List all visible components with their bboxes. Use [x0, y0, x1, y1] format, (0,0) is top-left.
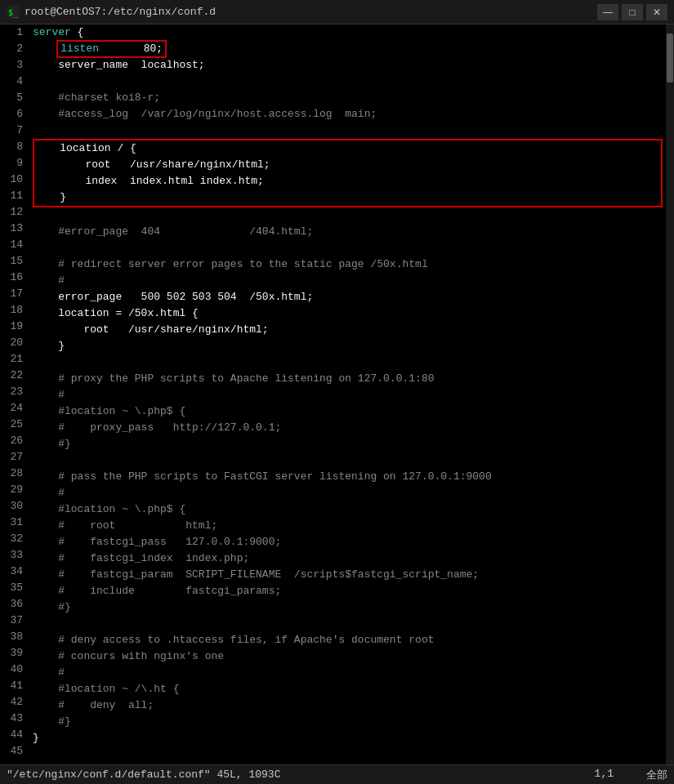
code-line: # proxy the PHP scripts to Apache listen…: [33, 371, 666, 387]
code-line: #: [33, 273, 666, 289]
location-block-highlight: location / { root /usr/share/nginx/html;…: [33, 139, 663, 207]
code-line: #: [33, 665, 666, 681]
line-number: 30: [0, 498, 29, 514]
line-number: 32: [0, 531, 29, 547]
code-line: #error_page 404 /404.html;: [33, 224, 666, 240]
line-number: 15: [0, 253, 29, 270]
code-line: [33, 616, 666, 632]
editor-area: 1234567891011121314151617181920212223242…: [0, 24, 674, 764]
line-number: 45: [0, 743, 29, 760]
code-line: # root html;: [33, 518, 666, 534]
code-line: server {: [33, 24, 666, 41]
scrollbar-thumb[interactable]: [667, 33, 673, 82]
line-number: 41: [0, 678, 29, 694]
maximize-button[interactable]: □: [622, 4, 643, 20]
close-button[interactable]: ✕: [646, 4, 667, 20]
code-line: # deny access to .htaccess files, if Apa…: [33, 632, 666, 648]
line-number: 1: [0, 24, 29, 41]
line-number: 8: [0, 139, 29, 155]
code-line: [33, 240, 666, 256]
scrollbar[interactable]: [666, 24, 674, 764]
line-number: 22: [0, 368, 29, 384]
line-number: 44: [0, 727, 29, 743]
code-line: # fastcgi_pass 127.0.0.1:9000;: [33, 534, 666, 550]
line-number: 34: [0, 564, 29, 580]
line-number: 5: [0, 90, 29, 106]
line-number: 6: [0, 106, 29, 122]
code-line: #location ~ \.php$ {: [33, 501, 666, 518]
line-number: 29: [0, 482, 29, 498]
line-number: 4: [0, 74, 29, 90]
code-line: # proxy_pass http://127.0.0.1;: [33, 420, 666, 436]
code-line: #access_log /var/log/nginx/host.access.l…: [33, 106, 666, 122]
code-line: # concurs with nginx's one: [33, 648, 666, 665]
line-number: 31: [0, 514, 29, 531]
line-number: 24: [0, 400, 29, 416]
line-number: 9: [0, 155, 29, 172]
code-line: index index.html index.htm;: [34, 173, 661, 189]
status-mode: 全部: [646, 768, 667, 782]
line-number: 26: [0, 433, 29, 449]
code-line: #}: [33, 714, 666, 730]
code-line: #location ~ /\.ht {: [33, 681, 666, 697]
code-line: # fastcgi_param SCRIPT_FILENAME /scripts…: [33, 567, 666, 583]
line-number: 43: [0, 710, 29, 727]
code-line: # include fastcgi_params;: [33, 583, 666, 599]
code-line: [33, 207, 666, 224]
window-controls: — □ ✕: [597, 4, 667, 20]
line-number: 10: [0, 172, 29, 188]
line-numbers: 1234567891011121314151617181920212223242…: [0, 24, 29, 764]
line-number: 35: [0, 580, 29, 596]
code-line: #location ~ \.php$ {: [33, 403, 666, 420]
code-line: [33, 122, 666, 139]
line-number: 39: [0, 645, 29, 662]
line-number: 12: [0, 204, 29, 220]
window-title: root@CentOS7:/etc/nginx/conf.d: [25, 6, 216, 18]
code-line: #}: [33, 436, 666, 452]
code-line: [33, 354, 666, 371]
line-number: 14: [0, 237, 29, 253]
status-filename: "/etc/nginx/conf.d/default.conf" 45L, 10…: [7, 768, 280, 781]
code-content[interactable]: server { listen 80; server_name localhos…: [29, 24, 666, 764]
titlebar-left: $_ root@CentOS7:/etc/nginx/conf.d: [7, 6, 216, 19]
code-line: location / {: [34, 140, 661, 157]
line-number: 40: [0, 662, 29, 678]
line-number: 19: [0, 318, 29, 335]
line-number: 25: [0, 416, 29, 433]
line-number: 36: [0, 596, 29, 612]
line-number: 16: [0, 270, 29, 286]
line-number: 21: [0, 351, 29, 368]
line-number: 27: [0, 449, 29, 466]
minimize-button[interactable]: —: [597, 4, 618, 20]
line-number: 7: [0, 122, 29, 139]
line-number: 13: [0, 220, 29, 237]
code-line: # redirect server error pages to the sta…: [33, 256, 666, 273]
line-number: 38: [0, 629, 29, 645]
code-line: }: [33, 338, 666, 354]
code-line: server_name localhost;: [33, 57, 666, 74]
line-number: 17: [0, 286, 29, 302]
status-bar: "/etc/nginx/conf.d/default.conf" 45L, 10…: [0, 764, 674, 784]
code-line: location = /50x.html {: [33, 305, 666, 322]
code-line: root /usr/share/nginx/html;: [34, 157, 661, 173]
code-line: [33, 452, 666, 469]
line-number: 20: [0, 335, 29, 351]
code-line: [33, 746, 666, 763]
code-line: #: [33, 387, 666, 403]
code-line: error_page 500 502 503 504 /50x.html;: [33, 289, 666, 305]
title-bar: $_ root@CentOS7:/etc/nginx/conf.d — □ ✕: [0, 0, 674, 24]
code-line: }: [33, 730, 666, 746]
line-number: 2: [0, 41, 29, 57]
code-line: #}: [33, 599, 666, 616]
code-line: # deny all;: [33, 697, 666, 714]
code-line: # pass the PHP scripts to FastCGI server…: [33, 469, 666, 485]
code-line: listen 80;: [33, 41, 666, 57]
code-line: #: [33, 485, 666, 501]
code-line: # fastcgi_index index.php;: [33, 550, 666, 567]
svg-text:$_: $_: [8, 8, 19, 18]
line-number: 11: [0, 188, 29, 204]
line-number: 37: [0, 612, 29, 629]
line-number: 33: [0, 547, 29, 564]
code-line: }: [34, 189, 661, 206]
line-number: 28: [0, 466, 29, 482]
